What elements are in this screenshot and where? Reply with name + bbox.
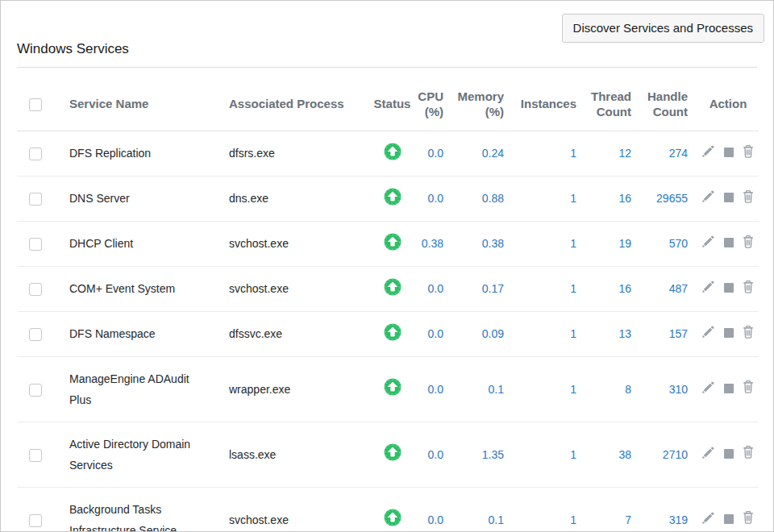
column-header-action: Action xyxy=(697,77,759,131)
service-name: DNS Server xyxy=(69,188,130,209)
delete-button[interactable] xyxy=(743,145,754,162)
memory-value[interactable]: 0.17 xyxy=(453,266,514,311)
instances-value[interactable]: 1 xyxy=(514,266,586,311)
instances-value[interactable]: 1 xyxy=(514,422,586,487)
handle-count-value[interactable]: 487 xyxy=(641,266,697,311)
windows-services-page: Discover Services and Processes Windows … xyxy=(0,0,774,532)
instances-value[interactable]: 1 xyxy=(514,487,586,532)
stop-icon xyxy=(724,148,734,157)
thread-count-value[interactable]: 38 xyxy=(586,422,641,487)
up-arrow-icon xyxy=(384,378,402,396)
row-checkbox[interactable] xyxy=(29,148,42,160)
row-checkbox[interactable] xyxy=(29,514,42,527)
status-up-icon xyxy=(384,323,402,341)
thread-count-value[interactable]: 13 xyxy=(586,311,641,356)
stop-button[interactable] xyxy=(724,190,734,206)
row-checkbox[interactable] xyxy=(29,449,42,462)
delete-button[interactable] xyxy=(743,235,754,252)
up-arrow-icon xyxy=(384,278,402,296)
cpu-value[interactable]: 0.0 xyxy=(414,311,453,356)
up-arrow-icon xyxy=(384,443,402,461)
instances-value[interactable]: 1 xyxy=(514,131,586,176)
edit-button[interactable] xyxy=(702,145,714,161)
edit-button[interactable] xyxy=(702,190,714,206)
up-arrow-icon xyxy=(384,323,402,341)
delete-button[interactable] xyxy=(743,326,754,343)
memory-value[interactable]: 0.88 xyxy=(453,176,514,221)
row-checkbox[interactable] xyxy=(29,238,42,251)
thread-count-value[interactable]: 8 xyxy=(586,356,641,422)
edit-button[interactable] xyxy=(702,381,714,397)
thread-count-value[interactable]: 19 xyxy=(586,221,641,266)
stop-button[interactable] xyxy=(724,512,734,528)
memory-value[interactable]: 0.1 xyxy=(453,487,514,532)
handle-count-value[interactable]: 310 xyxy=(641,356,697,422)
cpu-value[interactable]: 0.0 xyxy=(414,422,453,487)
memory-value[interactable]: 0.38 xyxy=(453,221,514,266)
cpu-value[interactable]: 0.0 xyxy=(414,266,453,311)
column-header-cpu: CPU (%) xyxy=(414,77,453,131)
delete-button[interactable] xyxy=(743,190,754,207)
status-up-icon xyxy=(384,143,402,160)
row-checkbox[interactable] xyxy=(29,283,42,296)
delete-button[interactable] xyxy=(743,446,754,463)
edit-button[interactable] xyxy=(702,326,714,342)
table-row: Active Directory Domain Services lsass.e… xyxy=(17,422,759,487)
cpu-value[interactable]: 0.0 xyxy=(414,131,453,176)
thread-count-value[interactable]: 12 xyxy=(586,131,641,176)
trash-icon xyxy=(743,145,754,158)
edit-button[interactable] xyxy=(702,235,714,251)
stop-button[interactable] xyxy=(724,326,734,342)
cpu-value[interactable]: 0.0 xyxy=(414,356,453,422)
cpu-value[interactable]: 0.38 xyxy=(414,221,453,266)
delete-button[interactable] xyxy=(743,281,754,297)
status-up-icon xyxy=(384,443,402,461)
edit-button[interactable] xyxy=(702,281,714,297)
associated-process: dns.exe xyxy=(229,176,370,221)
instances-value[interactable]: 1 xyxy=(514,311,586,356)
service-name: Active Directory Domain Services xyxy=(69,434,210,476)
instances-value[interactable]: 1 xyxy=(514,356,586,422)
stop-button[interactable] xyxy=(724,381,734,397)
service-name: DHCP Client xyxy=(69,233,133,254)
instances-value[interactable]: 1 xyxy=(514,176,586,221)
delete-button[interactable] xyxy=(743,511,754,528)
thread-count-value[interactable]: 16 xyxy=(586,176,641,221)
stop-button[interactable] xyxy=(724,145,734,161)
handle-count-value[interactable]: 274 xyxy=(641,131,697,176)
column-header-checkbox xyxy=(17,77,69,131)
memory-value[interactable]: 0.24 xyxy=(453,131,514,176)
select-all-checkbox[interactable] xyxy=(29,98,42,111)
row-checkbox[interactable] xyxy=(29,328,42,341)
column-header-service-name: Service Name xyxy=(69,77,229,131)
cpu-value[interactable]: 0.0 xyxy=(414,176,453,221)
memory-value[interactable]: 0.1 xyxy=(453,356,514,422)
table-header-row: Service Name Associated Process Status C… xyxy=(17,77,759,131)
memory-value[interactable]: 1.35 xyxy=(453,422,514,487)
column-header-memory: Memory (%) xyxy=(453,77,514,131)
cpu-value[interactable]: 0.0 xyxy=(414,487,453,532)
handle-count-value[interactable]: 2710 xyxy=(641,422,697,487)
handle-count-value[interactable]: 570 xyxy=(641,221,697,266)
handle-count-value[interactable]: 29655 xyxy=(641,176,697,221)
handle-count-value[interactable]: 157 xyxy=(641,311,697,356)
row-checkbox[interactable] xyxy=(29,193,42,206)
stop-button[interactable] xyxy=(724,235,734,251)
associated-process: svchost.exe xyxy=(229,221,370,266)
row-checkbox[interactable] xyxy=(29,384,42,397)
discover-services-button[interactable]: Discover Services and Processes xyxy=(562,14,764,43)
instances-value[interactable]: 1 xyxy=(514,221,586,266)
edit-button[interactable] xyxy=(702,512,714,528)
delete-button[interactable] xyxy=(743,380,754,397)
trash-icon xyxy=(743,380,754,393)
pencil-icon xyxy=(702,145,714,157)
memory-value[interactable]: 0.09 xyxy=(453,311,514,356)
stop-button[interactable] xyxy=(724,447,734,463)
content-area: Windows Services Service Name xyxy=(17,1,757,532)
thread-count-value[interactable]: 16 xyxy=(586,266,641,311)
stop-icon xyxy=(724,238,734,247)
edit-button[interactable] xyxy=(702,447,714,463)
stop-button[interactable] xyxy=(724,281,734,297)
handle-count-value[interactable]: 319 xyxy=(641,487,697,532)
thread-count-value[interactable]: 7 xyxy=(586,487,641,532)
